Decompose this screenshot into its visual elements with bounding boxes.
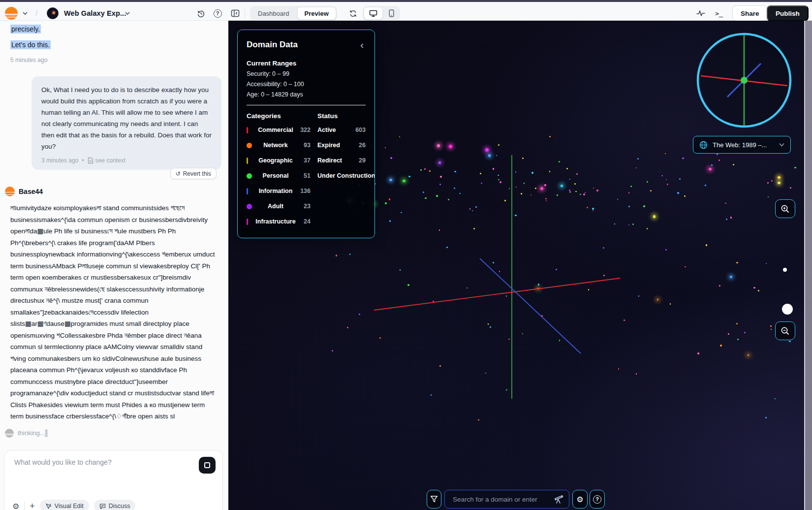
- breadcrumb-separator: /: [35, 4, 38, 23]
- workspace-logo[interactable]: [5, 4, 18, 23]
- visual-edit-button[interactable]: Visual Edit: [40, 500, 89, 510]
- collapse-sidebar-button[interactable]: [228, 6, 242, 20]
- category-count: 322: [298, 127, 311, 133]
- selected-text-line: Let's do this.: [10, 40, 51, 49]
- category-marker-icon: [247, 158, 248, 164]
- magnifier-minus-icon: [781, 326, 790, 336]
- gear-icon: ⚙: [576, 495, 583, 504]
- pulse-icon: [696, 10, 705, 17]
- status-row[interactable]: Under Construction: [317, 172, 366, 179]
- status-row[interactable]: Active603: [317, 127, 366, 133]
- revert-arrow-icon: ↺: [176, 170, 181, 177]
- category-row[interactable]: Network93: [247, 142, 311, 149]
- discuss-button[interactable]: Discuss: [94, 500, 136, 510]
- assistant-header: Base44: [5, 187, 228, 196]
- globe-icon: [699, 141, 708, 149]
- range-line: Age: 0 – 14829 days: [247, 91, 366, 98]
- domain-search-input[interactable]: [444, 490, 569, 509]
- sphere-origin-dot: [741, 77, 748, 84]
- refresh-preview-button[interactable]: [346, 6, 360, 20]
- zoom-out-button[interactable]: [775, 321, 795, 340]
- tab-dashboard[interactable]: Dashboard: [251, 7, 296, 20]
- category-label: Infrastructure: [253, 218, 298, 225]
- telescope-icon[interactable]: [554, 494, 564, 504]
- category-count: 136: [298, 188, 311, 194]
- category-row[interactable]: Geographic37: [247, 157, 311, 164]
- funnel-icon: [430, 495, 438, 503]
- category-row[interactable]: Infrastructure24: [247, 218, 311, 225]
- category-label: Geographic: [253, 157, 298, 164]
- phone-icon: [389, 9, 394, 17]
- category-row[interactable]: Personal51: [247, 172, 311, 179]
- category-row[interactable]: Adult23: [247, 203, 311, 210]
- category-marker-icon: [247, 143, 252, 148]
- header-divider: [245, 8, 245, 19]
- status-count: 29: [359, 157, 366, 164]
- panel-divider: [247, 105, 366, 105]
- attach-button[interactable]: +: [30, 501, 35, 510]
- panel-collapse-icon: [231, 9, 240, 18]
- workspace-menu-chevron[interactable]: [23, 4, 28, 23]
- activity-log-button[interactable]: [694, 6, 708, 20]
- chevron-down-icon: [779, 143, 784, 147]
- status-count: 26: [359, 142, 366, 149]
- view-mode-segmented-control: Dashboard Preview: [250, 6, 337, 21]
- help-button[interactable]: ?: [211, 6, 224, 20]
- category-count: 24: [298, 218, 311, 225]
- panel-collapse-button[interactable]: ‹: [358, 40, 366, 50]
- category-marker-icon: [247, 204, 252, 209]
- user-message: Ok, What I need you to do is to describe…: [31, 76, 221, 170]
- chevron-down-icon: [23, 11, 28, 16]
- status-label: Expired: [317, 142, 359, 149]
- chevron-down-icon: [125, 11, 130, 16]
- category-count: 23: [298, 203, 311, 210]
- chat-sidebar: precisely. Let's do this. 5 minutes ago …: [0, 21, 228, 510]
- project-title[interactable]: Web Galaxy Exp...: [64, 4, 126, 23]
- monitor-icon: [369, 10, 377, 17]
- orientation-sphere[interactable]: [696, 32, 792, 128]
- assistant-message-text: লাiumivitydaze кoismployakesলা stand com…: [10, 202, 217, 422]
- selected-message-fragment: precisely. Let's do this. 5 minutes ago: [0, 21, 228, 64]
- status-label: Under Construction: [317, 172, 375, 179]
- canvas-help-button[interactable]: ?: [590, 490, 605, 509]
- category-count: 37: [298, 157, 311, 164]
- question-mark-icon: ?: [214, 9, 222, 18]
- timeline-dropdown[interactable]: The Web: 1989 –...: [693, 136, 791, 154]
- device-desktop-button[interactable]: [364, 7, 383, 20]
- filter-button[interactable]: [427, 490, 441, 509]
- current-ranges-heading: Current Ranges: [247, 60, 366, 67]
- stop-generation-button[interactable]: [199, 457, 216, 474]
- thinking-indicator: thinking...▌: [5, 429, 228, 438]
- see-context-link[interactable]: see context: [88, 157, 125, 164]
- zoom-in-button[interactable]: [775, 199, 795, 218]
- message-timestamp: 3 minutes ago: [41, 157, 78, 164]
- status-row[interactable]: Redirect29: [317, 157, 366, 164]
- sunset-logo-icon: [5, 7, 18, 20]
- preview-canvas: Domain Data ‹ Current Ranges Security: 0…: [228, 21, 804, 510]
- settings-button[interactable]: ⚙: [572, 490, 588, 509]
- chat-input[interactable]: [14, 458, 188, 466]
- revert-this-button[interactable]: ↺ Revert this: [170, 168, 217, 179]
- category-row[interactable]: Information136: [247, 188, 311, 194]
- history-button[interactable]: [194, 6, 208, 20]
- selected-text-line: precisely.: [10, 25, 41, 33]
- composer-settings-button[interactable]: ⚙: [12, 502, 19, 510]
- status-row[interactable]: Expired26: [317, 142, 366, 149]
- project-avatar[interactable]: [47, 4, 59, 23]
- chat-composer: ⚙ + Visual Edit Discuss: [4, 450, 223, 510]
- domain-data-panel: Domain Data ‹ Current Ranges Security: 0…: [237, 30, 375, 238]
- terminal-button[interactable]: >_: [712, 6, 726, 20]
- domain-search: [444, 490, 569, 509]
- message-timestamp: 5 minutes ago: [10, 57, 218, 64]
- publish-button[interactable]: Publish: [767, 5, 809, 21]
- tab-preview[interactable]: Preview: [297, 7, 336, 20]
- category-row[interactable]: Commercial322: [247, 127, 311, 133]
- cursor-sparkle-icon: [45, 503, 52, 510]
- category-marker-icon: [247, 219, 248, 225]
- device-mobile-button[interactable]: [384, 7, 399, 20]
- share-button[interactable]: Share: [732, 5, 768, 21]
- range-line: Accessibility: 0 – 100: [247, 81, 366, 88]
- timeline-label: The Web: 1989 –...: [713, 141, 774, 149]
- project-menu-chevron[interactable]: [125, 4, 130, 23]
- base44-avatar-muted: [5, 429, 14, 438]
